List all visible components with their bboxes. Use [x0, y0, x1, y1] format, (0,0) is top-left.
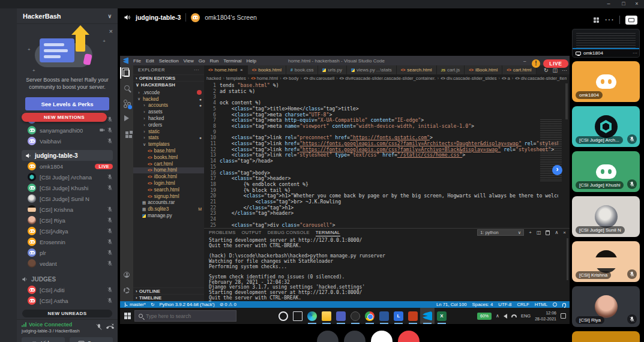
run-debug-icon[interactable]: [120, 110, 133, 125]
tree-item[interactable]: <>search.html: [133, 187, 204, 193]
tree-item[interactable]: ∨templates: [133, 141, 204, 148]
status-item[interactable]: CRLF: [517, 302, 529, 307]
search-icon[interactable]: [120, 80, 133, 95]
noise-suppression-icon[interactable]: [95, 323, 103, 331]
voice-member-row[interactable]: vedant: [17, 258, 118, 269]
taskbar-icon-powerpoint[interactable]: [406, 308, 420, 324]
start-button[interactable]: [120, 308, 134, 324]
volume-icon[interactable]: [504, 314, 507, 319]
tree-item[interactable]: <>signup.html: [133, 193, 204, 200]
voice-member-row[interactable]: [CSI Judge] Sunil N: [17, 193, 118, 204]
tree-item[interactable]: <>home.html: [133, 167, 204, 174]
tray-expand-icon[interactable]: ∧: [496, 313, 499, 319]
preview-more-icon[interactable]: ···: [633, 50, 637, 56]
tree-item[interactable]: ▤accounts.rar: [133, 200, 204, 206]
python-interpreter-status[interactable]: Python 3.9.2 64-bit ('hack'): [159, 302, 214, 307]
explorer-more-icon[interactable]: ···: [194, 67, 199, 73]
shared-screen-vscode[interactable]: FileEditSelectionViewGoRunTerminalHelp h…: [120, 56, 570, 324]
timeline-section[interactable]: ›TIMELINE: [133, 294, 204, 301]
maximize-panel-icon[interactable]: ∧: [555, 230, 558, 235]
new-mentions-badge[interactable]: NEW MENTIONS: [22, 113, 107, 122]
stream-preview-tile[interactable]: omk1804 ···: [572, 29, 640, 58]
voice-member-row[interactable]: Vaibhavi: [17, 136, 118, 146]
server-header[interactable]: HackerBash ∨: [17, 8, 118, 24]
tree-item[interactable]: ›static: [133, 128, 204, 135]
participant-tile[interactable]: [CSI] Krishna: [572, 241, 640, 282]
see-levels-perks-button[interactable]: See Levels & Perks: [25, 97, 109, 110]
breadcrumb-item[interactable]: <>div.cascade-slider_item: [515, 76, 567, 81]
menu-help[interactable]: Help: [246, 58, 256, 64]
menu-terminal[interactable]: Terminal: [223, 58, 241, 64]
menu-view[interactable]: View: [184, 58, 194, 64]
banner-close-icon[interactable]: ×: [109, 28, 113, 35]
taskbar-icon-edge[interactable]: [305, 308, 319, 324]
kill-terminal-icon[interactable]: [546, 230, 550, 235]
status-item[interactable]: Spaces: 4: [472, 302, 493, 307]
status-item[interactable]: HTML: [535, 302, 547, 307]
screenshare-toggle-button[interactable]: [344, 331, 366, 342]
video-button[interactable]: Video: [22, 337, 65, 342]
window-minimize-button[interactable]: –: [603, 0, 614, 8]
voice-member-row[interactable]: [CSI] Krishna: [17, 204, 118, 215]
tree-item[interactable]: ›hacked: [133, 115, 204, 122]
tree-item[interactable]: <>cart.html: [133, 161, 204, 167]
participant-tile[interactable]: [CSI] Riya: [572, 286, 640, 327]
screen-button[interactable]: Screen: [70, 337, 113, 342]
taskbar-icon-vscode[interactable]: [420, 308, 435, 324]
tree-item[interactable]: ›stats●: [133, 135, 204, 142]
menu-edit[interactable]: Edit: [146, 58, 154, 64]
tree-item[interactable]: ›accounts●: [133, 103, 204, 109]
voice-member-row[interactable]: sanyamgandhi00: [17, 125, 118, 136]
taskbar-search-input[interactable]: [146, 313, 224, 319]
settings-gear-icon[interactable]: [120, 283, 133, 298]
tree-item[interactable]: ›orders: [133, 122, 204, 128]
voice-member-row[interactable]: [CSI] Riya: [17, 215, 118, 226]
menu-run[interactable]: Run: [209, 58, 218, 64]
camera-toggle-button[interactable]: [317, 331, 339, 342]
voice-member-row[interactable]: omk1804LIVE: [17, 161, 118, 172]
breadcrumb-item[interactable]: <>a: [502, 76, 510, 81]
voice-member-row[interactable]: [CSI] Aditi: [17, 284, 118, 295]
participant-tile[interactable]: [572, 331, 640, 342]
breadcrumb-item[interactable]: templates: [226, 76, 246, 81]
new-terminal-icon[interactable]: +: [529, 230, 532, 235]
panel-tab-problems[interactable]: PROBLEMS: [209, 230, 236, 236]
editor-tab[interactable]: #book.css: [286, 65, 318, 74]
explorer-icon[interactable]: [120, 65, 133, 80]
source-control-icon[interactable]: [120, 95, 133, 110]
window-maximize-button[interactable]: □: [618, 0, 629, 8]
taskbar-icon-cortana[interactable]: [276, 308, 290, 324]
tree-item[interactable]: ▤db.sqlite3M: [133, 206, 204, 212]
tree-item[interactable]: ›assets: [133, 109, 204, 115]
tree-item[interactable]: ∨hacked●: [133, 96, 204, 103]
split-terminal-icon[interactable]: ◫: [537, 230, 541, 235]
participant-tile[interactable]: omk1804: [572, 61, 640, 102]
problems-status[interactable]: ⊘0⚠0: [220, 302, 236, 307]
chevron-right-button[interactable]: ›: [552, 165, 562, 175]
disconnect-button[interactable]: [398, 331, 420, 342]
breadcrumb-item[interactable]: <>div.cascade-slider_slides: [441, 76, 496, 81]
voice-member-row[interactable]: [CSI] Astha: [17, 295, 118, 306]
menu-file[interactable]: File: [133, 58, 141, 64]
editor-tab[interactable]: <>home.html×: [204, 65, 248, 74]
screen-share-active-button[interactable]: [625, 16, 637, 25]
vscode-minimize-icon[interactable]: –: [523, 58, 526, 64]
feedback-icon[interactable]: [553, 302, 557, 307]
editor-tab[interactable]: views.py ...\stats: [347, 65, 397, 74]
battery-indicator[interactable]: 60%: [477, 313, 492, 320]
account-icon[interactable]: [120, 267, 133, 282]
participant-tile[interactable]: [CSI Judge] Sunil N: [572, 196, 640, 237]
outline-section[interactable]: ›OUTLINE: [133, 287, 204, 294]
tree-item[interactable]: <>login.html: [133, 180, 204, 187]
language-indicator[interactable]: ENG: [521, 313, 531, 319]
voice-channel-row[interactable]: JUDGES: [17, 274, 118, 284]
tree-item[interactable]: manage.py: [133, 212, 204, 219]
terminal-scrollbar[interactable]: [567, 238, 568, 280]
tree-item[interactable]: <>base.html: [133, 148, 204, 154]
taskbar-icon-l-app[interactable]: L: [391, 308, 406, 324]
disconnect-call-icon[interactable]: [106, 323, 114, 331]
taskbar-icon-excel[interactable]: X: [435, 308, 449, 324]
breadcrumb-item[interactable]: <>div#cascade-slider.cascade-slider_cont…: [340, 76, 436, 81]
more-actions-icon[interactable]: ···: [562, 67, 567, 73]
voice-member-row[interactable]: [CSI Judge] Archana: [17, 172, 118, 182]
